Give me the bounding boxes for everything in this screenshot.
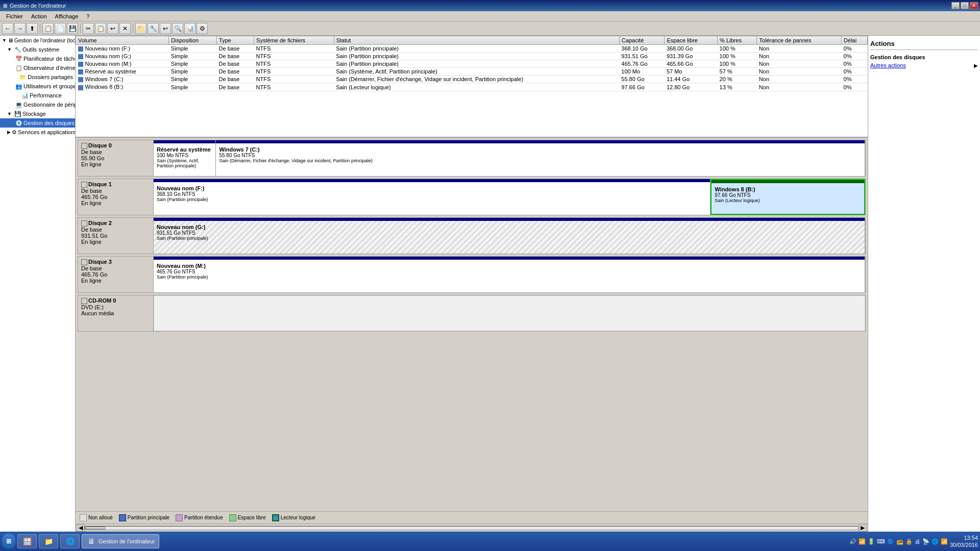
table-row[interactable]: Nouveau nom (G:) Simple De base NTFS Sai… xyxy=(76,53,868,60)
col-capacity[interactable]: Capacité xyxy=(619,36,665,45)
delete-button[interactable]: ✕ xyxy=(119,23,131,34)
content-area: Volume Disposition Type Système de fichi… xyxy=(76,36,868,532)
disk-partitions: Nouveau nom (M:) 465.76 Go NTFS Sain (Pa… xyxy=(154,257,865,292)
table-row[interactable]: Windows 7 (C:) Simple De base NTFS Sain … xyxy=(76,76,868,83)
expand-icon[interactable]: ▼ xyxy=(2,38,7,43)
start-button[interactable]: ⊞ xyxy=(2,534,15,549)
sidebar-performance-label: Performance xyxy=(30,92,62,98)
scroll-right-button[interactable]: ▶ xyxy=(859,524,867,532)
table-row[interactable]: Nouveau nom (F:) Simple De base NTFS Sai… xyxy=(76,45,868,53)
expand-icon-serv[interactable]: ▶ xyxy=(7,130,11,135)
col-volume[interactable]: Volume xyxy=(76,36,169,45)
actions-more-label[interactable]: Autres actions xyxy=(870,62,906,68)
col-tolerance[interactable]: Tolérance de pannes xyxy=(757,36,842,45)
cut-button[interactable]: ✂ xyxy=(83,23,94,34)
menu-affichage[interactable]: Affichage xyxy=(51,12,83,20)
partition-content: Réservé au système 100 Mo NTFS Sain (Sys… xyxy=(157,146,212,168)
cell-disposition: Simple xyxy=(169,68,217,76)
system-clock[interactable]: 13:54 30/03/2016 xyxy=(950,534,978,549)
toolbar-separator-3 xyxy=(133,23,133,34)
properties-button[interactable]: 📁 xyxy=(135,23,146,34)
sidebar-item-planificateur[interactable]: 📅 Planificateur de tâches xyxy=(0,54,75,63)
paste-button[interactable]: ↩ xyxy=(107,23,118,34)
refresh-button[interactable]: ↩ xyxy=(160,23,171,34)
sidebar-planificateur-label: Planificateur de tâches xyxy=(23,56,76,62)
actions-arrow[interactable]: ▶ xyxy=(974,63,978,68)
partition-size: 97.66 Go NTFS xyxy=(715,192,861,198)
taskbar-item-computer-mgmt[interactable]: 🖥 Gestion de l'ordinateur xyxy=(82,534,159,548)
col-type[interactable]: Type xyxy=(217,36,254,45)
taskbar: ⊞ 🪟 📁 🌐 🖥 Gestion de l'ordinateur 🔊 📶 🔋 … xyxy=(0,532,980,551)
scroll-thumb[interactable] xyxy=(85,527,106,530)
menu-help[interactable]: ? xyxy=(82,12,93,20)
partition[interactable]: Nouveau nom (F:) 368.10 Go NTFS Sain (Pa… xyxy=(154,179,710,215)
table-row[interactable]: Réservé au système Simple De base NTFS S… xyxy=(76,68,868,76)
col-disposition[interactable]: Disposition xyxy=(169,36,217,45)
view-button[interactable]: 📊 xyxy=(184,23,195,34)
table-row[interactable]: Windows 8 (B:) Simple De base NTFS Sain … xyxy=(76,83,868,91)
partition[interactable]: Nouveau nom (G:) 931.51 Go NTFS Sain (Pa… xyxy=(154,218,865,254)
menu-fichier[interactable]: Fichier xyxy=(2,12,27,20)
sidebar-item-utilisateurs[interactable]: 👥 Utilisateurs et groupe.. xyxy=(0,82,75,91)
sidebar-item-observateur[interactable]: 📋 Observateur d'évène.. xyxy=(0,63,75,72)
toolbar-separator-2 xyxy=(80,23,81,34)
cell-capacity: 931.51 Go xyxy=(619,53,665,60)
help-button[interactable]: 🔧 xyxy=(148,23,159,34)
new-button[interactable]: 📄 xyxy=(55,23,66,34)
partition-header-bar xyxy=(216,140,865,143)
partition[interactable]: Windows 8 (B:) 97.66 Go NTFS Sain (Lecte… xyxy=(710,179,865,215)
legend-color-extended xyxy=(176,514,183,521)
expand-icon-stock[interactable]: ▼ xyxy=(7,111,13,116)
partition[interactable]: Nouveau nom (M:) 465.76 Go NTFS Sain (Pa… xyxy=(154,257,865,292)
clock-date: 30/03/2016 xyxy=(950,541,978,548)
col-delay[interactable]: Délai xyxy=(842,36,868,45)
sidebar-item-dossiers[interactable]: 📁 Dossiers partagés xyxy=(0,72,75,82)
save-button[interactable]: 💾 xyxy=(67,23,78,34)
up-button[interactable]: ⬆ xyxy=(27,23,38,34)
show-hide-button[interactable]: 📋 xyxy=(42,23,54,34)
copy-button[interactable]: 📋 xyxy=(95,23,106,34)
partition[interactable]: Réservé au système 100 Mo NTFS Sain (Sys… xyxy=(154,140,216,176)
back-button[interactable]: ← xyxy=(2,23,13,34)
forward-button[interactable]: → xyxy=(14,23,26,34)
cell-delay: 0% xyxy=(842,60,868,68)
sidebar-item-computer[interactable]: ▼ 🖥 Gestion de l'ordinateur (local) xyxy=(0,36,75,45)
sidebar-item-services[interactable]: ▶ ⚙ Services et applications xyxy=(0,128,75,137)
partition-name: Windows 7 (C:) xyxy=(219,146,862,153)
taskbar-item-window[interactable]: 🪟 xyxy=(17,534,37,548)
expand-icon-outils[interactable]: ▼ xyxy=(7,47,13,52)
col-fs[interactable]: Système de fichiers xyxy=(254,36,334,45)
horizontal-scrollbar[interactable]: ◀ ▶ xyxy=(76,523,868,532)
scroll-track[interactable] xyxy=(85,526,859,530)
maximize-button[interactable]: □ xyxy=(961,2,969,9)
sidebar-item-gestion-disques[interactable]: 💿 Gestion des disques xyxy=(0,118,75,128)
sidebar-item-performance[interactable]: 📊 Performance xyxy=(0,91,75,100)
disk-size: 465.76 Go xyxy=(81,194,150,200)
partition-size: 931.51 Go NTFS xyxy=(157,230,862,236)
actions-section-row: Autres actions ▶ xyxy=(870,62,978,68)
taskbar-item-ie[interactable]: 🌐 xyxy=(60,534,80,548)
settings-button[interactable]: ⚙ xyxy=(197,23,208,34)
search-button[interactable]: 🔍 xyxy=(172,23,183,34)
disk-type: DVD (E:) xyxy=(81,304,150,310)
table-row[interactable]: Nouveau nom (M:) Simple De base NTFS Sai… xyxy=(76,60,868,68)
col-statut[interactable]: Statut xyxy=(334,36,619,45)
table-area: Volume Disposition Type Système de fichi… xyxy=(76,36,868,138)
tray-icon-11: 📶 xyxy=(941,538,948,545)
system-tray: 🔊 📶 🔋 ⌨ 🔵 📻 🔒 🖨 📡 🌐 📶 13:54 30/03/2016 xyxy=(849,534,978,549)
sidebar-item-outils[interactable]: ▼ 🔧 Outils système xyxy=(0,45,75,54)
menu-action[interactable]: Action xyxy=(27,12,51,20)
cell-volume: Nouveau nom (M:) xyxy=(76,60,169,68)
col-free[interactable]: Espace libre xyxy=(665,36,718,45)
taskbar-item-explorer[interactable]: 📁 xyxy=(39,534,58,548)
close-button[interactable]: ✕ xyxy=(970,2,978,9)
minimize-button[interactable]: _ xyxy=(951,2,960,9)
cell-delay: 0% xyxy=(842,76,868,83)
scroll-left-button[interactable]: ◀ xyxy=(77,524,85,532)
sidebar-item-gestionnaire[interactable]: 💻 Gestionnaire de périph.. xyxy=(0,100,75,109)
disk-status: Aucun média xyxy=(81,310,150,316)
partition[interactable]: Windows 7 (C:) 55.80 Go NTFS Sain (Démar… xyxy=(216,140,865,176)
cell-free: 11.44 Go xyxy=(665,76,718,83)
col-pct[interactable]: % Libres xyxy=(718,36,757,45)
sidebar-item-stockage[interactable]: ▼ 💾 Stockage xyxy=(0,109,75,118)
